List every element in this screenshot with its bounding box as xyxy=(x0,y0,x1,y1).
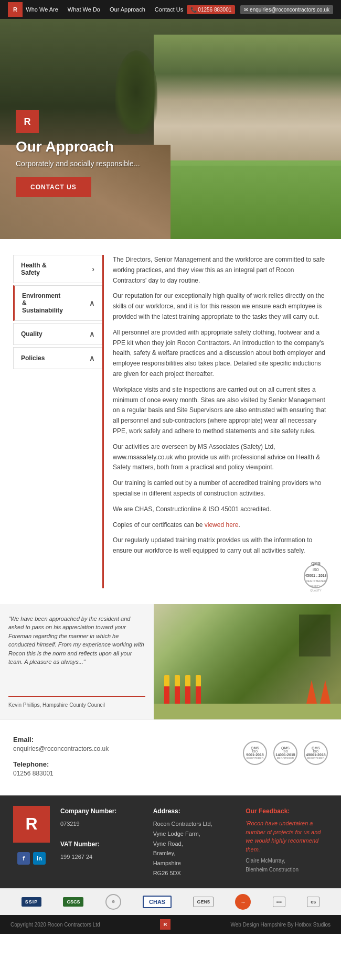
qms-iso: ISO xyxy=(313,567,319,573)
nav-our-approach[interactable]: Our Approach xyxy=(110,6,145,13)
bollard-2 xyxy=(175,675,180,704)
testimonial-text-block: "We have been approached by the resident… xyxy=(0,604,154,719)
content-para-7: We are CHAS, Constructionline & ISO 4500… xyxy=(113,504,328,515)
nav-who-we-are[interactable]: Who We Are xyxy=(26,6,58,13)
email-block: Email: enquiries@roconcontractors.co.uk xyxy=(13,736,109,752)
vat-label: VAT Number: xyxy=(60,839,143,849)
feedback-quote: 'Rocon have undertaken a number of proje… xyxy=(246,819,328,854)
copyright-logo: R xyxy=(160,919,170,930)
hero-title: Our Approach xyxy=(16,138,140,155)
footer-logo-social: R f in xyxy=(13,806,50,865)
footer-address-col: Address: Rocon Contractors Ltd, Vyne Lod… xyxy=(153,806,236,878)
nav-what-we-do[interactable]: What We Do xyxy=(68,6,100,13)
hero-lawn-image xyxy=(154,160,342,239)
bollard-4 xyxy=(196,675,201,704)
vat-value: 199 1267 24 xyxy=(60,852,143,862)
sidebar-label-quality: Quality xyxy=(21,330,42,338)
copyright-bar: Copyright 2020 Rocon Contractors Ltd R W… xyxy=(0,915,341,934)
hero-section: R Our Approach Corporately and socially … xyxy=(0,19,341,239)
sidebar-item-environment[interactable]: Environment&Sustainability ∧ xyxy=(13,285,102,321)
arrow-circle-badge: → xyxy=(235,894,251,910)
content-para-4: Workplace visits and site inspections ar… xyxy=(113,385,328,437)
certificates-link[interactable]: viewed here xyxy=(205,521,239,529)
chevron-up-icon-quality: ∧ xyxy=(89,330,94,338)
hero-content: R Our Approach Corporately and socially … xyxy=(16,110,140,197)
facebook-icon[interactable]: f xyxy=(17,852,30,865)
sidebar-label-health-safety: Health &Safety xyxy=(21,262,47,276)
gen5-badge: GEN5 xyxy=(193,897,214,907)
main-nav: Who We Are What We Do Our Approach Conta… xyxy=(26,6,183,13)
qms-category: SAFETY · QUALITY xyxy=(305,584,327,593)
content-para-6: Our training is carried out by a number … xyxy=(113,478,328,499)
approach-main-text: The Directors, Senior Management and the… xyxy=(113,255,328,588)
site-header: R Who We Are What We Do Our Approach Con… xyxy=(0,0,341,19)
circle-badge-1: ⚙ xyxy=(105,894,121,910)
copyright-text: Copyright 2020 Rocon Contractors Ltd xyxy=(10,922,100,928)
social-links: f in xyxy=(17,852,46,865)
address-label: Address: xyxy=(153,806,236,816)
qms-container: QMS ISO 45001 : 2018 REGISTERED SAFETY ·… xyxy=(113,564,328,588)
accreditation-bar: SSIP CSCS ⚙ CHAS GEN5 → ≡≡ cs xyxy=(0,888,341,915)
header-phone: 📞 01256 883001 xyxy=(187,5,236,14)
bollards-group xyxy=(164,675,201,704)
content-para-2: Our reputation for our exceptionally hig… xyxy=(113,291,328,322)
sign-image xyxy=(299,615,331,656)
approach-sidebar: Health &Safety › Environment&Sustainabil… xyxy=(13,255,102,588)
company-number-value: 073219 xyxy=(60,819,143,829)
address-line-3: Vyne Road, xyxy=(153,839,236,849)
header-email: ✉ enquiries@roconcontractors.co.uk xyxy=(240,5,333,14)
phone-value: 01256 883001 xyxy=(13,770,109,777)
address-line-2: Vyne Lodge Farm, xyxy=(153,829,236,839)
content-para-1: The Directors, Senior Management and the… xyxy=(113,255,328,286)
feedback-label: Our Feedback: xyxy=(246,806,328,816)
testimonial-quote: "We have been approached by the resident… xyxy=(8,615,145,666)
qms-badges-row: QMS ISO 9001:2015 REGISTERED QMS ISO 140… xyxy=(243,741,328,765)
testimonial-author: Kevin Phillips, Hampshire County Council xyxy=(8,696,145,709)
approach-content-section: Health &Safety › Environment&Sustainabil… xyxy=(0,239,341,604)
sidebar-item-health-safety[interactable]: Health &Safety › xyxy=(13,255,102,283)
email-label: Email: xyxy=(13,736,109,744)
content-para-5: Our activities are overseen by MS Associ… xyxy=(113,442,328,473)
address-line-6: RG26 5DX xyxy=(153,868,236,878)
content-para-8: Copies of our certificates can be viewed… xyxy=(113,520,328,531)
contact-us-button[interactable]: CONTACT US xyxy=(16,177,91,197)
ssip-badge: SSIP xyxy=(22,897,42,907)
bollard-1 xyxy=(164,675,169,704)
red-divider xyxy=(102,255,104,588)
sidebar-label-environment: Environment&Sustainability xyxy=(22,292,63,314)
testimonial-section: "We have been approached by the resident… xyxy=(0,604,341,719)
address-line-5: Hampshire xyxy=(153,858,236,868)
footer-feedback-col: Our Feedback: 'Rocon have undertaken a n… xyxy=(246,806,328,874)
linkedin-icon[interactable]: in xyxy=(33,852,46,865)
lines-badge: ≡≡ xyxy=(273,897,286,907)
address-line-1: Rocon Contractors Ltd, xyxy=(153,819,236,829)
content-para-9: Our regularly updated training matrix pr… xyxy=(113,535,328,556)
cone-1 xyxy=(306,680,317,704)
copyright-designer: Web Design Hampshire By Hotbox Studios xyxy=(231,922,331,928)
hero-logo: R xyxy=(16,110,39,133)
qms-badge-14001: QMS ISO 14001:2015 REGISTERED xyxy=(273,741,297,765)
sidebar-item-quality[interactable]: Quality ∧ xyxy=(13,323,102,345)
footer-company-col: Company Number: 073219 VAT Number: 199 1… xyxy=(60,806,143,862)
header-contact: 📞 01256 883001 ✉ enquiries@roconcontract… xyxy=(187,5,333,14)
chevron-up-icon-environment: ∧ xyxy=(89,299,94,307)
main-footer: R f in Company Number: 073219 VAT Number… xyxy=(0,795,341,889)
address-line-4: Bramley, xyxy=(153,848,236,858)
phone-label: Telephone: xyxy=(13,760,109,768)
cscs-badge: CSCS xyxy=(63,897,83,907)
cs-badge: cs xyxy=(307,897,319,907)
nav-contact-us[interactable]: Contact Us xyxy=(155,6,183,13)
sidebar-label-policies: Policies xyxy=(21,354,45,362)
footer-logo: R xyxy=(13,806,50,843)
sidebar-item-policies[interactable]: Policies ∧ xyxy=(13,347,102,369)
qms-badge-9001: QMS ISO 9001:2015 REGISTERED xyxy=(243,741,267,765)
qms-badge: QMS ISO 45001 : 2018 REGISTERED SAFETY ·… xyxy=(304,564,328,588)
phone-block: Telephone: 01256 883001 xyxy=(13,760,109,777)
chas-badge: CHAS xyxy=(143,896,172,908)
cones-group xyxy=(306,680,331,704)
testimonial-image xyxy=(154,604,342,719)
road-surface xyxy=(154,704,342,719)
hero-building-image xyxy=(154,35,342,166)
hero-subtitle: Corporately and socially responsible... xyxy=(16,159,140,168)
email-value: enquiries@roconcontractors.co.uk xyxy=(13,745,109,752)
